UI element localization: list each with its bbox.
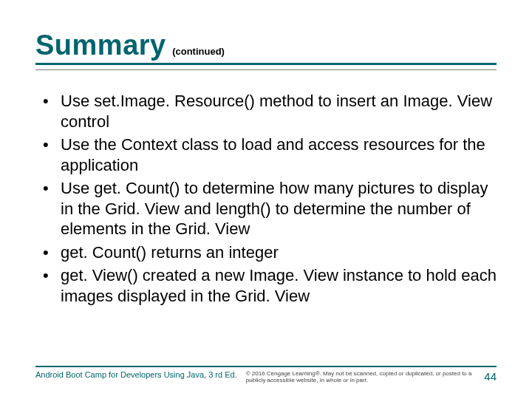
footer-row: Android Boot Camp for Developers Using J… bbox=[35, 370, 497, 384]
slide: Summary (continued) Use set.Image. Resou… bbox=[0, 0, 532, 399]
list-item: get. View() created a new Image. View in… bbox=[38, 265, 497, 306]
list-item: Use the Context class to load and access… bbox=[38, 134, 497, 175]
title-thin-rule bbox=[35, 69, 497, 70]
continued-label: (continued) bbox=[172, 46, 225, 57]
bullet-list: Use set.Image. Resource() method to inse… bbox=[38, 91, 497, 306]
list-item: Use get. Count() to determine how many p… bbox=[38, 178, 497, 239]
footer-source: Android Boot Camp for Developers Using J… bbox=[35, 370, 246, 379]
page-number: 44 bbox=[472, 370, 497, 383]
footer: Android Boot Camp for Developers Using J… bbox=[35, 366, 497, 384]
slide-title: Summary bbox=[35, 30, 166, 61]
footer-copyright: © 2016 Cengage Learning®. May not be sca… bbox=[246, 370, 473, 384]
list-item: Use set.Image. Resource() method to inse… bbox=[38, 91, 497, 132]
title-block: Summary (continued) bbox=[35, 30, 497, 65]
list-item: get. Count() returns an integer bbox=[38, 242, 497, 263]
footer-rule bbox=[35, 366, 497, 367]
